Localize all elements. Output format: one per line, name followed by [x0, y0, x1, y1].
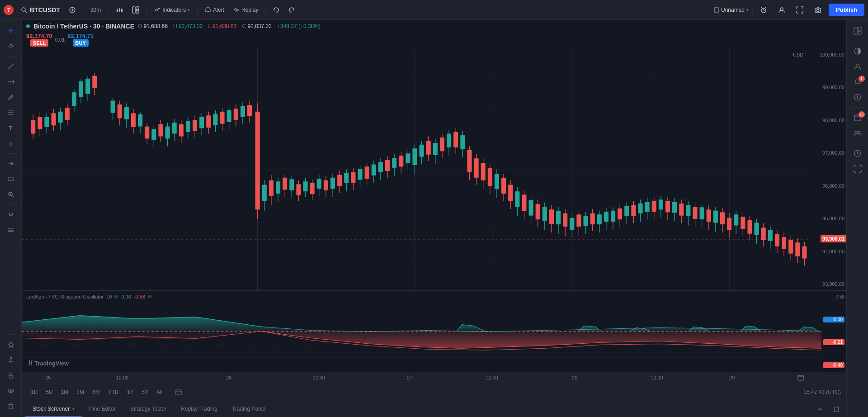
layout-name-button[interactable]: Unnamed ▾ [710, 5, 753, 15]
user-badge[interactable]: 7 [4, 5, 14, 15]
svg-point-312 [855, 131, 858, 134]
text-tool[interactable]: T [3, 121, 19, 135]
svg-rect-181 [179, 124, 184, 137]
svg-rect-271 [679, 204, 684, 216]
svg-point-307 [857, 98, 858, 99]
user-profile-button[interactable] [774, 5, 789, 15]
magnet-tool[interactable] [3, 208, 19, 222]
ohlc-close: C 92,037.03 [242, 23, 271, 29]
svg-rect-109 [276, 181, 280, 194]
tf-3m[interactable]: 3M [73, 387, 88, 397]
indicators-button[interactable]: Indicators ▾ [151, 5, 193, 15]
calendar-button[interactable]: 20 [849, 110, 866, 125]
screenshot-button[interactable] [811, 5, 825, 15]
date-range-button[interactable] [172, 387, 185, 397]
panel-collapse-button[interactable] [814, 405, 826, 414]
fibonacci-tool[interactable] [3, 105, 19, 120]
svg-rect-285 [795, 242, 800, 256]
svg-rect-292 [798, 375, 803, 380]
draw-tool[interactable] [3, 90, 19, 104]
alerts-button[interactable]: 1 [849, 75, 866, 89]
alarm-clock-button[interactable] [756, 5, 771, 15]
theme-toggle-button[interactable] [849, 44, 866, 58]
svg-rect-173 [775, 234, 779, 246]
chart-body[interactable]: 100,000.00 99,000.00 98,000.00 97,000.00… [22, 48, 846, 383]
svg-rect-8 [132, 7, 135, 13]
chart-type-button[interactable] [112, 5, 127, 15]
svg-rect-87 [118, 104, 122, 118]
emoji-tool[interactable]: ☺ [3, 136, 19, 151]
undo-button[interactable] [269, 5, 283, 15]
fullscreen-button[interactable] [793, 5, 807, 15]
oscillator[interactable]: LuxAlgo - FVG Mitigation Oscillator 10 ⟳… [22, 290, 846, 372]
price-strip: 92,174.70 SELL 0.01 92,174.71 BUY [22, 33, 846, 48]
svg-point-313 [858, 131, 860, 134]
add-symbol-button[interactable] [66, 5, 79, 15]
svg-rect-12 [714, 8, 719, 12]
svg-rect-67 [38, 117, 42, 129]
svg-rect-157 [604, 212, 609, 222]
clock-button[interactable] [849, 146, 866, 161]
move-tool[interactable] [3, 39, 19, 53]
zoom-tool[interactable] [3, 187, 19, 202]
time-calendar-button[interactable] [795, 374, 807, 382]
arrow-tool[interactable] [3, 156, 19, 171]
tf-1d[interactable]: 1D [27, 387, 41, 397]
tab-stock-screener[interactable]: Stock Screener ▾ [25, 401, 82, 417]
svg-rect-113 [289, 179, 294, 190]
user-button[interactable] [849, 59, 866, 74]
trend-line-tool[interactable] [3, 59, 19, 74]
manage-tool[interactable] [3, 223, 19, 237]
lock-tool[interactable] [3, 368, 19, 383]
svg-rect-221 [392, 158, 396, 168]
symbol-search-button[interactable]: BTCUSDT [17, 5, 64, 15]
left-sep-3 [5, 204, 17, 205]
svg-rect-71 [52, 113, 56, 125]
tab-replay-trading[interactable]: Replay Trading [174, 401, 225, 417]
trash-tool[interactable] [3, 399, 19, 413]
tab-strategy-tester[interactable]: Strategy Tester [123, 401, 174, 417]
tf-1m[interactable]: 1M [57, 387, 72, 397]
svg-rect-101 [165, 127, 170, 139]
crosshair-tool[interactable]: ✛ [3, 24, 19, 38]
tf-ytd[interactable]: YTD [104, 387, 123, 397]
notification-button[interactable] [849, 90, 866, 104]
svg-point-20 [817, 9, 819, 11]
tf-1y[interactable]: 1Y [123, 387, 137, 397]
svg-rect-249 [563, 213, 567, 227]
replay-button[interactable]: Replay [230, 5, 262, 15]
community-button[interactable] [849, 126, 866, 140]
horizontal-line-tool[interactable] [3, 75, 19, 89]
tab-pine-editor[interactable]: Pine Editor [82, 401, 123, 417]
tab-trading-panel[interactable]: Trading Panel [225, 401, 273, 417]
layout-button[interactable] [128, 5, 143, 15]
timeframe-button[interactable]: 30m [87, 5, 104, 15]
spread: 0.01 [55, 37, 65, 43]
publish-button[interactable]: Publish [829, 4, 864, 16]
fullscreen-chart-button[interactable] [849, 161, 866, 176]
watchlist-tool[interactable] [3, 337, 19, 352]
main-area: ✛ T ☺ [0, 20, 868, 417]
ohlc-info: O 91,688.66 H 92,473.32 L 91,638.63 C 92… [138, 23, 321, 29]
redo-button[interactable] [285, 5, 298, 15]
sell-block: 92,174.70 SELL [26, 33, 52, 47]
svg-rect-237 [522, 194, 526, 211]
anchor-tool[interactable] [3, 353, 19, 367]
svg-point-18 [780, 8, 783, 10]
tf-5y[interactable]: 5Y [138, 387, 152, 397]
layout-panels-button[interactable] [849, 24, 866, 38]
tradingview-logo: // TradingView [28, 359, 69, 367]
tf-5d[interactable]: 5D [42, 387, 56, 397]
svg-rect-163 [741, 217, 745, 229]
svg-rect-10 [136, 10, 139, 13]
svg-rect-111 [283, 178, 287, 190]
tf-all[interactable]: All [153, 387, 166, 397]
tf-6m[interactable]: 6M [89, 387, 104, 397]
panel-expand-button[interactable] [830, 405, 843, 414]
visibility-tool[interactable] [3, 384, 19, 398]
svg-rect-301 [858, 31, 861, 34]
alert-button[interactable]: Alert [201, 5, 228, 15]
svg-rect-73 [58, 112, 63, 123]
measure-tool[interactable] [3, 172, 19, 186]
candle-chart[interactable]: 100,000.00 99,000.00 98,000.00 97,000.00… [22, 48, 846, 290]
